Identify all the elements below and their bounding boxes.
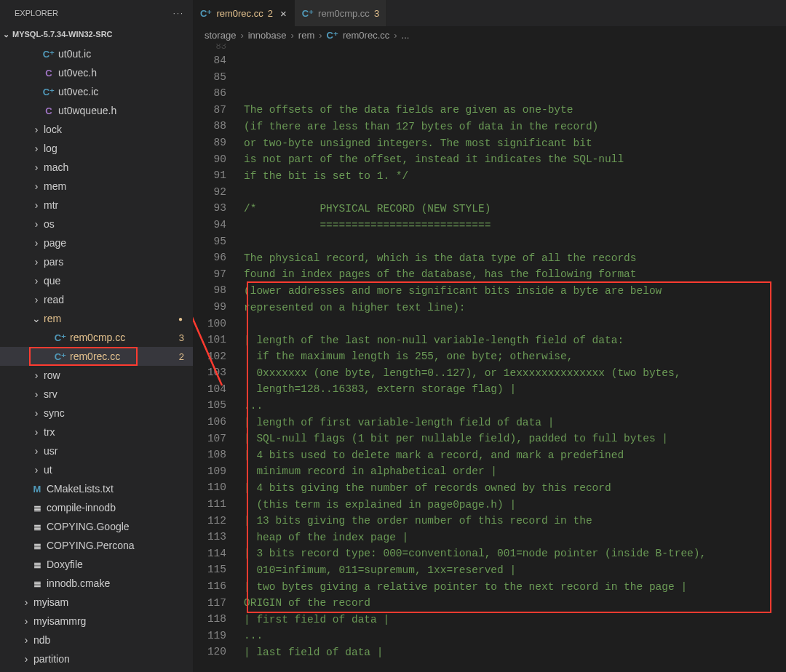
line-number: 102 [193, 348, 226, 365]
file-rem0rec-cc[interactable]: C⁺rem0rec.cc2 [0, 347, 193, 366]
file-ut0vec-ic[interactable]: C⁺ut0vec.ic [0, 82, 193, 101]
code-line[interactable]: (if there are less than 127 bytes of dat… [244, 119, 786, 135]
code-line[interactable]: ... [244, 398, 786, 415]
code-line[interactable]: | last field of data | [244, 644, 786, 661]
folder-mtr[interactable]: ›mtr [0, 196, 193, 215]
code-line[interactable]: represented on a higher text line): [244, 300, 786, 316]
file-ut0vec-h[interactable]: Cut0vec.h [0, 63, 193, 82]
code-line[interactable] [244, 184, 786, 201]
code-line[interactable]: found in index pages of the database, ha… [244, 266, 786, 283]
folder-ndb[interactable]: ›ndb [0, 631, 193, 649]
file-compile-innodb[interactable]: ≣compile-innodb [0, 498, 193, 517]
file-innodb-cmake[interactable]: ≣innodb.cmake [0, 574, 193, 593]
folder-usr[interactable]: ›usr [0, 441, 193, 460]
line-number: 115 [193, 561, 226, 578]
code-line[interactable]: | first field of data | [244, 612, 786, 628]
folder-read[interactable]: ›read [0, 290, 193, 309]
folder-mach[interactable]: ›mach [0, 158, 193, 177]
code-line[interactable] [244, 233, 786, 250]
line-number: 83 [193, 44, 226, 52]
folder-os[interactable]: ›os [0, 215, 193, 233]
breadcrumb-segment[interactable]: rem0rec.cc [343, 30, 389, 41]
folder-pars[interactable]: ›pars [0, 252, 193, 271]
line-number: 99 [193, 299, 226, 316]
code-line[interactable]: The physical record, which is the data t… [244, 250, 786, 267]
file-rem0cmp-cc[interactable]: C⁺rem0cmp.cc3 [0, 328, 193, 347]
code-line[interactable]: | length of first variable-length field … [244, 415, 786, 431]
tab-label: rem0rec.cc [216, 8, 263, 19]
file-icon: ≣ [31, 521, 44, 532]
folder-trx[interactable]: ›trx [0, 423, 193, 441]
code-line[interactable]: (this term is explained in page0page.h) … [244, 497, 786, 513]
code-line[interactable]: if the maximum length is 255, one byte; … [244, 348, 786, 365]
code-line[interactable]: | length of the last non-null variable-l… [244, 332, 786, 349]
code-line[interactable] [244, 316, 786, 332]
breadcrumb-segment[interactable]: ... [402, 30, 410, 41]
code-line[interactable]: | 3 bits record type: 000=conventional, … [244, 545, 786, 562]
code-line[interactable]: if the bit is set to 1. */ [244, 168, 786, 185]
folder-srv[interactable]: ›srv [0, 385, 193, 404]
code-line[interactable]: ... [244, 628, 786, 644]
file-copying-google[interactable]: ≣COPYING.Google [0, 517, 193, 536]
tree-item-label: log [44, 143, 193, 154]
line-number: 93 [193, 200, 226, 217]
code-content[interactable]: The offsets of the data fields are given… [244, 44, 786, 672]
code-line[interactable]: 010=infimum, 011=supremum, 1xx=reserved … [244, 562, 786, 579]
code-line[interactable]: or two-byte unsigned integers. The most … [244, 135, 786, 152]
file-doxyfile[interactable]: ≣Doxyfile [0, 555, 193, 574]
folder-que[interactable]: ›que [0, 271, 193, 290]
line-number: 119 [193, 628, 226, 644]
tree-item-label: mach [44, 161, 193, 173]
line-number: 95 [193, 233, 226, 250]
more-actions-icon[interactable]: ··· [173, 9, 184, 17]
code-line[interactable]: | 4 bits giving the number of records ow… [244, 480, 786, 497]
code-line[interactable]: 0xxxxxxx (one byte, length=0..127), or 1… [244, 365, 786, 382]
git-badge: 2 [179, 351, 184, 362]
code-line[interactable]: | two bytes giving a relative pointer to… [244, 579, 786, 596]
close-icon[interactable]: × [280, 7, 287, 20]
code-line[interactable] [244, 86, 786, 103]
folder-rem[interactable]: ⌄rem● [0, 309, 193, 328]
code-line[interactable]: | 13 bits giving the order number of thi… [244, 513, 786, 529]
folder-ut[interactable]: ›ut [0, 460, 193, 479]
line-number: 111 [193, 496, 226, 513]
tab-rem0cmp-cc[interactable]: C⁺rem0cmp.cc3 [295, 0, 387, 26]
file-cmakelists-txt[interactable]: MCMakeLists.txt [0, 479, 193, 498]
code-line[interactable]: | 4 bits used to delete mark a record, a… [244, 447, 786, 464]
chevron-right-icon: › [31, 369, 42, 381]
folder-row[interactable]: ›row [0, 366, 193, 385]
chevron-right-icon: › [31, 124, 42, 135]
folder-partition[interactable]: ›partition [0, 649, 193, 668]
code-line[interactable]: =========================== [244, 217, 786, 234]
folder-myisam[interactable]: ›myisam [0, 593, 193, 612]
code-line[interactable]: length=128..16383, extern storage flag) … [244, 381, 786, 398]
folder-sync[interactable]: ›sync [0, 404, 193, 423]
breadcrumb-segment[interactable]: innobase [248, 30, 287, 41]
breadcrumb-segment[interactable]: storage [205, 30, 236, 41]
code-line[interactable]: is not part of the offset, instead it in… [244, 151, 786, 168]
folder-page[interactable]: ›page [0, 233, 193, 252]
tab-rem0rec-cc[interactable]: C⁺rem0rec.cc2× [193, 0, 295, 26]
chevron-right-icon: › [31, 445, 42, 457]
breadcrumb-segment[interactable]: rem [298, 30, 314, 41]
code-line[interactable]: /* PHYSICAL RECORD (NEW STYLE) [244, 201, 786, 217]
code-line[interactable]: | SQL-null flags (1 bit per nullable fie… [244, 431, 786, 447]
folder-log[interactable]: ›log [0, 139, 193, 158]
folder-myisammrg[interactable]: ›myisammrg [0, 612, 193, 631]
folder-mem[interactable]: ›mem [0, 177, 193, 196]
project-root[interactable]: ⌄ MYSQL-5.7.34-WIN32-SRC [0, 25, 193, 43]
code-line[interactable]: (lower addresses and more significant bi… [244, 283, 786, 300]
breadcrumb[interactable]: storage›innobase›rem›C⁺rem0rec.cc›... [193, 26, 786, 44]
code-line[interactable]: minimum record in alphabetical order | [244, 463, 786, 480]
code-editor[interactable]: 8384858687888990919293949596979899100101… [193, 44, 786, 672]
code-line[interactable]: The offsets of the data fields are given… [244, 102, 786, 119]
code-line[interactable]: heap of the index page | [244, 529, 786, 546]
file-icon: C⁺ [42, 49, 55, 60]
file-copying-percona[interactable]: ≣COPYING.Percona [0, 536, 193, 555]
folder-lock[interactable]: ›lock [0, 120, 193, 139]
file-ut0wqueue-h[interactable]: Cut0wqueue.h [0, 101, 193, 120]
chevron-right-icon: › [31, 161, 42, 173]
code-line[interactable]: ORIGIN of the record [244, 595, 786, 612]
file-ut0ut-ic[interactable]: C⁺ut0ut.ic [0, 44, 193, 63]
code-line[interactable] [244, 661, 786, 672]
